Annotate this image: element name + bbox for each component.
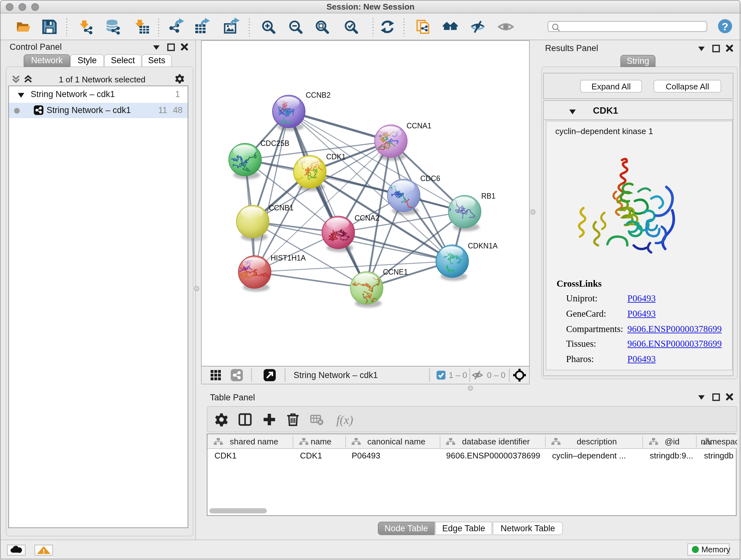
svg-text:RB1: RB1 xyxy=(481,192,495,200)
svg-text:name: name xyxy=(311,437,331,446)
svg-text:CDC25B: CDC25B xyxy=(260,139,289,147)
svg-text:description: description xyxy=(577,437,617,446)
svg-text:CCNB2: CCNB2 xyxy=(306,91,331,99)
svg-text:?: ? xyxy=(722,20,729,33)
svg-text:CDC6: CDC6 xyxy=(420,174,441,183)
svg-text:CCNE1: CCNE1 xyxy=(383,268,408,276)
svg-text:database identifier: database identifier xyxy=(462,437,530,446)
svg-text:HIST1H1A: HIST1H1A xyxy=(271,254,306,262)
svg-text:CCNA1: CCNA1 xyxy=(407,122,431,130)
svg-text:0 – 0: 0 – 0 xyxy=(487,370,506,380)
svg-text:CDK1: CDK1 xyxy=(326,152,346,161)
svg-text:1 – 0: 1 – 0 xyxy=(449,370,467,380)
svg-text:namespac: namespac xyxy=(701,437,737,446)
svg-text:f(x): f(x) xyxy=(336,413,353,427)
svg-text:shared name: shared name xyxy=(230,437,278,446)
svg-text:CCNB1: CCNB1 xyxy=(269,204,293,212)
svg-text:String Network – cdk1: String Network – cdk1 xyxy=(293,370,378,380)
svg-text:@id: @id xyxy=(665,437,680,446)
svg-text:CDKN1A: CDKN1A xyxy=(468,242,498,250)
svg-text:CCNA2: CCNA2 xyxy=(354,214,380,222)
svg-text:canonical name: canonical name xyxy=(367,437,425,446)
